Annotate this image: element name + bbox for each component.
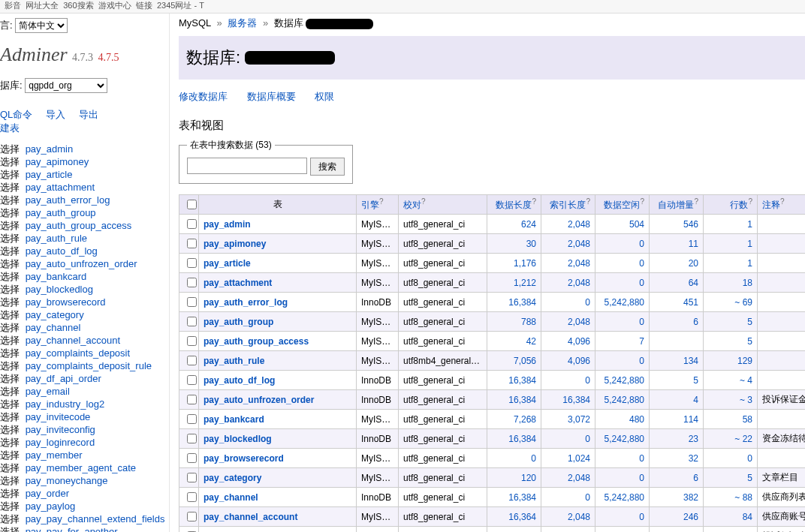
sidebar-table-link[interactable]: pay_auto_df_log <box>26 245 98 257</box>
table-name-link[interactable]: pay_browserecord <box>204 453 284 464</box>
index-length-link[interactable]: 2,048 <box>568 219 590 230</box>
index-length-link[interactable]: 0 <box>585 375 590 386</box>
index-length-link[interactable]: 0 <box>585 434 590 444</box>
row-checkbox[interactable] <box>187 219 197 229</box>
sidebar-table-link[interactable]: pay_auth_error_log <box>26 194 110 206</box>
create-table-link[interactable]: 建表 <box>0 122 20 134</box>
sidebar-table-link[interactable]: pay_blockedlog <box>26 284 93 295</box>
rows-link[interactable]: 1 <box>747 239 752 249</box>
index-length-link[interactable]: 2,048 <box>568 512 590 522</box>
data-length-link[interactable]: 7,056 <box>514 356 536 366</box>
col-comment[interactable]: 注释 <box>762 200 780 210</box>
sidebar-table-link[interactable]: pay_auth_group_access <box>26 220 132 231</box>
row-checkbox[interactable] <box>187 434 197 443</box>
table-name-link[interactable]: pay_category <box>204 473 261 483</box>
sidebar-table-link[interactable]: pay_loginrecord <box>26 437 95 448</box>
rows-link[interactable]: 5 <box>747 317 752 327</box>
auto-increment-link[interactable]: 546 <box>683 219 698 230</box>
select-all-checkbox[interactable] <box>187 200 197 209</box>
rows-link[interactable]: 5 <box>747 336 752 347</box>
sidebar-table-link[interactable]: pay_admin <box>26 143 74 155</box>
index-length-link[interactable]: 4,096 <box>568 336 590 347</box>
index-length-link[interactable]: 4,096 <box>568 356 590 366</box>
sidebar-table-link[interactable]: pay_attachment <box>26 182 95 193</box>
rows-link[interactable]: ~ 88 <box>734 492 752 503</box>
sidebar-table-link[interactable]: pay_pay_for_another <box>26 526 118 532</box>
import-link[interactable]: 导入 <box>46 109 65 120</box>
sidebar-table-link[interactable]: pay_auth_group <box>26 207 96 218</box>
sidebar-table-link[interactable]: pay_industry_log2 <box>26 398 105 410</box>
data-free-link[interactable]: 504 <box>629 219 644 230</box>
sidebar-table-link[interactable]: pay_bankcard <box>26 271 87 282</box>
data-free-link[interactable]: 5,242,880 <box>605 434 644 444</box>
col-data-free[interactable]: 数据空闲 <box>604 200 640 210</box>
auto-increment-link[interactable]: 64 <box>689 278 698 288</box>
export-link[interactable]: 导出 <box>79 109 98 120</box>
auto-increment-link[interactable]: 11 <box>689 239 698 249</box>
data-length-link[interactable]: 16,364 <box>508 512 536 522</box>
table-name-link[interactable]: pay_auto_df_log <box>204 375 275 386</box>
rows-link[interactable]: 5 <box>747 473 752 483</box>
row-checkbox[interactable] <box>187 258 197 268</box>
rows-link[interactable]: ~ 3 <box>740 395 752 405</box>
sidebar-table-link[interactable]: pay_category <box>26 309 84 320</box>
index-length-link[interactable]: 2,048 <box>568 317 590 327</box>
data-length-link[interactable]: 16,384 <box>508 434 536 444</box>
sidebar-table-link[interactable]: pay_inviteconfig <box>26 424 95 435</box>
data-length-link[interactable]: 120 <box>521 473 536 483</box>
data-length-link[interactable]: 624 <box>521 219 536 230</box>
index-length-link[interactable]: 2,048 <box>568 278 590 288</box>
table-name-link[interactable]: pay_attachment <box>204 278 272 288</box>
sidebar-table-link[interactable]: pay_member <box>26 449 83 461</box>
row-checkbox[interactable] <box>187 297 197 307</box>
data-free-link[interactable]: 0 <box>639 239 644 249</box>
data-free-link[interactable]: 0 <box>639 473 644 483</box>
data-free-link[interactable]: 0 <box>639 453 644 464</box>
col-rows[interactable]: 行数 <box>730 200 748 210</box>
sidebar-table-link[interactable]: pay_apimoney <box>26 156 89 167</box>
row-checkbox[interactable] <box>187 336 197 346</box>
row-checkbox[interactable] <box>187 239 197 248</box>
col-engine[interactable]: 引擎 <box>361 200 379 210</box>
auto-increment-link[interactable]: 20 <box>689 258 698 269</box>
index-length-link[interactable]: 1,024 <box>568 453 590 464</box>
sidebar-table-link[interactable]: pay_pay_channel_extend_fields <box>26 513 165 524</box>
col-auto-increment[interactable]: 自动增量 <box>658 200 694 210</box>
col-data-length[interactable]: 数据长度 <box>496 200 532 210</box>
auto-increment-link[interactable]: 4 <box>693 395 698 405</box>
auto-increment-link[interactable]: 23 <box>689 434 698 444</box>
auto-increment-link[interactable]: 134 <box>683 356 698 366</box>
auto-increment-link[interactable]: 5 <box>693 375 698 386</box>
data-length-link[interactable]: 7,268 <box>514 414 536 425</box>
table-name-link[interactable]: pay_channel_account <box>204 512 297 522</box>
data-length-link[interactable]: 1,176 <box>514 258 536 269</box>
schema-link[interactable]: 数据库概要 <box>247 91 296 102</box>
data-free-link[interactable]: 7 <box>639 336 644 347</box>
data-length-link[interactable]: 42 <box>526 336 536 347</box>
data-free-link[interactable]: 5,242,880 <box>605 492 644 503</box>
col-collation[interactable]: 校对 <box>403 200 421 210</box>
data-free-link[interactable]: 480 <box>629 414 644 425</box>
index-length-link[interactable]: 16,384 <box>562 395 590 405</box>
index-length-link[interactable]: 3,072 <box>568 414 590 425</box>
row-checkbox[interactable] <box>187 512 197 521</box>
index-length-link[interactable]: 2,048 <box>568 473 590 483</box>
data-free-link[interactable]: 0 <box>639 317 644 327</box>
data-free-link[interactable]: 0 <box>639 512 644 522</box>
data-free-link[interactable]: 5,242,880 <box>605 375 644 386</box>
sidebar-table-link[interactable]: pay_channel <box>26 322 81 333</box>
data-length-link[interactable]: 1,212 <box>514 278 536 288</box>
row-checkbox[interactable] <box>187 375 197 385</box>
rows-link[interactable]: 0 <box>747 453 752 464</box>
data-free-link[interactable]: 0 <box>639 258 644 269</box>
auto-increment-link[interactable]: 6 <box>693 317 698 327</box>
database-select[interactable]: qgpdd_org <box>25 78 107 93</box>
sidebar-table-link[interactable]: pay_auto_unfrozen_order <box>26 258 137 269</box>
table-name-link[interactable]: pay_blockedlog <box>204 434 272 444</box>
sidebar-table-link[interactable]: pay_member_agent_cate <box>26 462 136 473</box>
data-length-link[interactable]: 16,384 <box>508 297 536 308</box>
index-length-link[interactable]: 2,048 <box>568 239 590 249</box>
sidebar-table-link[interactable]: pay_complaints_deposit_rule <box>26 360 152 371</box>
auto-increment-link[interactable]: 32 <box>689 453 698 464</box>
table-name-link[interactable]: pay_channel <box>204 492 258 503</box>
